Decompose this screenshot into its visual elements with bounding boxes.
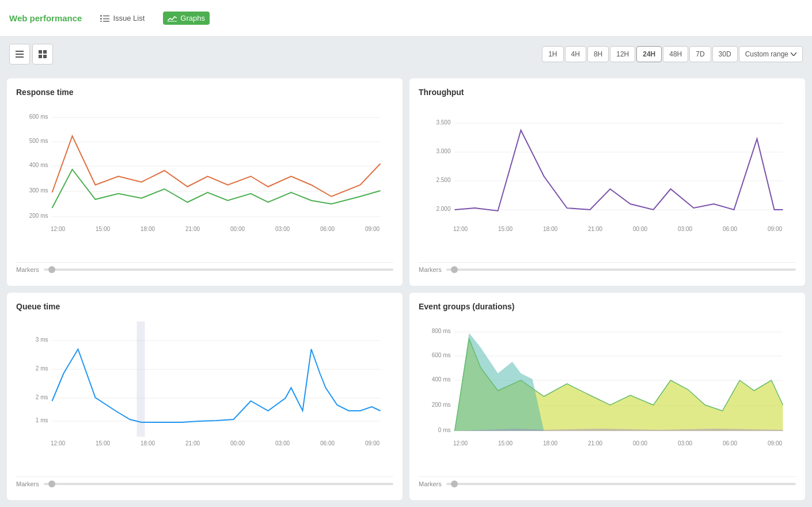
custom-range-button[interactable]: Custom range	[739, 46, 803, 62]
time-range-selector: 1H 4H 8H 12H 24H 48H 7D 30D Custom range	[542, 46, 803, 62]
markers-slider-1[interactable]	[44, 268, 393, 271]
time-12h-button[interactable]: 12H	[610, 46, 635, 62]
grid-view-icon	[39, 50, 47, 58]
svg-rect-12	[39, 55, 42, 58]
time-24h-button[interactable]: 24H	[636, 46, 662, 62]
svg-text:300 ms: 300 ms	[29, 187, 48, 194]
markers-label-4: Markers	[419, 480, 442, 487]
svg-text:21:00: 21:00	[185, 440, 200, 447]
custom-range-label: Custom range	[745, 50, 788, 58]
event-groups-title: Event groups (durations)	[419, 302, 796, 311]
svg-text:600 ms: 600 ms	[29, 113, 48, 120]
svg-text:03:00: 03:00	[275, 226, 290, 232]
markers-slider-3[interactable]	[44, 483, 393, 485]
svg-rect-5	[103, 21, 109, 22]
markers-label-3: Markers	[16, 480, 39, 487]
toolbar: 1H 4H 8H 12H 24H 48H 7D 30D Custom range	[0, 37, 812, 71]
svg-rect-7	[16, 51, 24, 52]
svg-text:21:00: 21:00	[185, 226, 200, 232]
svg-text:00:00: 00:00	[633, 440, 647, 447]
svg-rect-13	[43, 55, 47, 58]
markers-dot-1	[48, 266, 55, 273]
response-time-title: Response time	[16, 88, 393, 97]
markers-slider-4[interactable]	[446, 483, 796, 485]
queue-time-chart: 3 ms 2 ms 2 ms 1 ms 12:00 15:00 18:00 21…	[16, 316, 393, 471]
event-groups-card: Event groups (durations) 800 ms 600 ms 4…	[409, 293, 805, 500]
markers-slider-2[interactable]	[446, 268, 796, 271]
event-groups-chart: 800 ms 600 ms 400 ms 200 ms 0 ms 12:00 1…	[419, 316, 796, 471]
svg-rect-6	[168, 21, 177, 22]
svg-text:15:00: 15:00	[498, 440, 513, 447]
queue-time-card: Queue time 3 ms 2 ms 2 ms 1 ms 12:00 15:…	[7, 293, 403, 500]
svg-rect-0	[100, 15, 102, 17]
svg-text:200 ms: 200 ms	[29, 213, 48, 219]
svg-text:21:00: 21:00	[588, 440, 602, 447]
response-time-markers: Markers	[16, 262, 393, 273]
grid-view-button[interactable]	[32, 44, 53, 65]
svg-text:18:00: 18:00	[141, 440, 155, 447]
svg-rect-9	[16, 56, 24, 58]
nav-graphs-label: Graphs	[180, 14, 205, 22]
svg-text:12:00: 12:00	[51, 440, 65, 447]
svg-text:15:00: 15:00	[96, 440, 110, 447]
svg-text:18:00: 18:00	[141, 226, 155, 232]
list-view-icon	[16, 50, 24, 58]
svg-rect-2	[100, 18, 102, 20]
chevron-down-icon	[791, 52, 796, 56]
svg-text:09:00: 09:00	[768, 440, 782, 447]
svg-text:06:00: 06:00	[320, 226, 335, 232]
svg-text:1 ms: 1 ms	[36, 417, 48, 423]
list-view-button[interactable]	[9, 44, 30, 65]
markers-dot-2	[451, 266, 458, 273]
throughput-chart: 3.500 3.000 2.500 2.000 12:00 15:00 18:0…	[419, 101, 796, 257]
svg-text:00:00: 00:00	[230, 440, 245, 447]
queue-time-title: Queue time	[16, 302, 393, 311]
time-1h-button[interactable]: 1H	[542, 46, 563, 62]
svg-text:06:00: 06:00	[723, 226, 737, 232]
queue-time-markers: Markers	[16, 476, 393, 487]
event-groups-markers: Markers	[419, 476, 796, 487]
nav-graphs[interactable]: Graphs	[163, 12, 210, 25]
svg-text:3.500: 3.500	[436, 119, 450, 126]
svg-text:500 ms: 500 ms	[29, 138, 48, 144]
svg-text:06:00: 06:00	[320, 440, 335, 447]
view-toggle	[9, 44, 53, 65]
svg-text:18:00: 18:00	[543, 440, 557, 447]
nav-issue-list-label: Issue List	[113, 14, 145, 22]
throughput-markers: Markers	[419, 262, 796, 273]
list-icon	[100, 15, 109, 22]
markers-dot-4	[451, 480, 458, 487]
svg-text:15:00: 15:00	[498, 226, 513, 232]
markers-label-1: Markers	[16, 266, 39, 273]
svg-text:400 ms: 400 ms	[432, 376, 451, 383]
svg-text:15:00: 15:00	[96, 226, 110, 232]
svg-rect-3	[103, 18, 109, 19]
markers-dot-3	[48, 480, 55, 487]
svg-text:21:00: 21:00	[588, 226, 602, 232]
svg-rect-11	[43, 50, 47, 54]
throughput-title: Throughput	[419, 88, 796, 97]
time-8h-button[interactable]: 8H	[587, 46, 609, 62]
svg-text:2.000: 2.000	[436, 206, 450, 212]
svg-text:2 ms: 2 ms	[36, 394, 48, 400]
time-4h-button[interactable]: 4H	[565, 46, 586, 62]
svg-text:03:00: 03:00	[678, 226, 692, 232]
svg-text:12:00: 12:00	[453, 226, 468, 232]
time-7d-button[interactable]: 7D	[689, 46, 711, 62]
svg-text:2.500: 2.500	[436, 177, 450, 183]
svg-rect-10	[39, 50, 42, 54]
svg-rect-56	[137, 321, 145, 437]
svg-rect-1	[103, 15, 109, 16]
throughput-card: Throughput 3.500 3.000 2.500 2.000 12:00…	[409, 78, 805, 286]
svg-text:09:00: 09:00	[365, 226, 380, 232]
svg-text:12:00: 12:00	[51, 226, 65, 232]
svg-text:00:00: 00:00	[633, 226, 647, 232]
time-30d-button[interactable]: 30D	[712, 46, 738, 62]
markers-label-2: Markers	[419, 266, 442, 273]
svg-text:06:00: 06:00	[723, 440, 737, 447]
time-48h-button[interactable]: 48H	[663, 46, 688, 62]
svg-rect-8	[16, 54, 24, 55]
nav-issue-list[interactable]: Issue List	[96, 12, 149, 25]
svg-text:00:00: 00:00	[230, 226, 245, 232]
charts-grid: Response time 600 ms 500 ms 400 ms 300 m…	[0, 71, 812, 507]
